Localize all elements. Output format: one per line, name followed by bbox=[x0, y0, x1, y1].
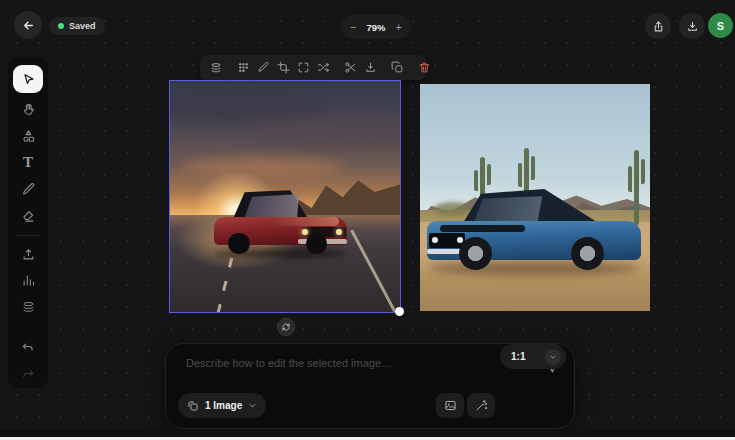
pen-icon bbox=[21, 182, 36, 197]
chart-icon bbox=[21, 273, 36, 288]
download-button[interactable] bbox=[679, 13, 705, 39]
text-tool-button[interactable]: T bbox=[14, 150, 42, 175]
export-image-icon[interactable] bbox=[364, 61, 377, 74]
back-arrow-icon bbox=[22, 19, 35, 32]
car-headlight bbox=[457, 237, 463, 243]
saved-green-dot-icon bbox=[58, 23, 64, 29]
redo-button[interactable] bbox=[14, 361, 42, 386]
cursor-icon bbox=[21, 72, 36, 87]
canvas-image-blue-mustang[interactable] bbox=[420, 84, 650, 311]
shapes-tool-button[interactable] bbox=[14, 124, 42, 149]
car-shadow bbox=[429, 262, 639, 275]
text-tool-icon: T bbox=[23, 154, 33, 171]
zoom-in-button[interactable]: + bbox=[396, 22, 402, 33]
tool-sidebar: T bbox=[8, 58, 48, 388]
share-button[interactable] bbox=[645, 13, 671, 39]
draw-icon[interactable] bbox=[257, 61, 270, 74]
car-headlight bbox=[432, 237, 438, 243]
image-count-dropdown[interactable]: 1 Image bbox=[178, 393, 266, 418]
eraser-tool-button[interactable] bbox=[14, 204, 42, 229]
regenerate-button[interactable] bbox=[277, 318, 295, 336]
shapes-icon bbox=[21, 129, 36, 144]
scissors-icon[interactable] bbox=[344, 61, 357, 74]
layers-icon bbox=[21, 300, 36, 315]
back-button[interactable] bbox=[14, 11, 42, 39]
magic-wand-icon bbox=[475, 399, 488, 412]
duplicate-icon[interactable] bbox=[391, 61, 404, 74]
delete-icon[interactable] bbox=[418, 61, 431, 74]
red-muscle-car bbox=[214, 187, 347, 254]
saved-label: Saved bbox=[69, 21, 96, 31]
prompt-input[interactable] bbox=[186, 357, 516, 391]
shuffle-icon[interactable] bbox=[317, 61, 330, 74]
canvas-image-sunset-car[interactable] bbox=[170, 81, 400, 312]
aspect-ratio-label: 1:1 bbox=[511, 351, 525, 362]
upload-tool-button[interactable] bbox=[14, 242, 42, 267]
reference-image-button[interactable] bbox=[436, 393, 464, 418]
frames-icon bbox=[187, 400, 199, 412]
car-hood-highlight bbox=[272, 217, 339, 226]
refresh-icon bbox=[281, 322, 291, 332]
enhance-button[interactable] bbox=[467, 393, 495, 418]
zoom-out-button[interactable]: − bbox=[350, 22, 356, 33]
bottom-bar bbox=[0, 430, 735, 437]
sidebar-divider bbox=[17, 235, 39, 236]
undo-button[interactable] bbox=[14, 335, 42, 360]
hand-tool-button[interactable] bbox=[14, 97, 42, 122]
crop-icon[interactable] bbox=[277, 61, 290, 74]
car-wheel bbox=[459, 237, 492, 270]
stack-icon[interactable] bbox=[209, 61, 223, 75]
zoom-level[interactable]: 79% bbox=[366, 22, 385, 33]
blue-mustang-car bbox=[427, 186, 641, 270]
aspect-ratio-dropdown[interactable]: 1:1 bbox=[500, 344, 566, 369]
chevron-down-icon bbox=[545, 349, 561, 365]
pen-tool-button[interactable] bbox=[14, 177, 42, 202]
car-wheel bbox=[228, 233, 249, 254]
layers-tool-button[interactable] bbox=[14, 295, 42, 320]
chevron-down-icon bbox=[248, 401, 257, 410]
avatar[interactable]: S bbox=[708, 13, 733, 38]
expand-icon[interactable] bbox=[297, 61, 310, 74]
saved-status-badge: Saved bbox=[49, 17, 105, 35]
resize-handle[interactable] bbox=[395, 307, 404, 316]
image-count-label: 1 Image bbox=[205, 400, 242, 411]
share-icon bbox=[652, 20, 665, 33]
hand-icon bbox=[21, 102, 36, 117]
select-tool-button[interactable] bbox=[13, 65, 43, 93]
undo-icon bbox=[21, 340, 35, 354]
chart-tool-button[interactable] bbox=[14, 269, 42, 294]
selection-toolbar bbox=[200, 55, 426, 80]
car-hood-scoop bbox=[440, 225, 526, 233]
prompt-bar: 1 Image 1:1 bbox=[165, 343, 575, 429]
eraser-icon bbox=[21, 208, 36, 223]
upload-icon bbox=[21, 247, 36, 262]
image-icon bbox=[444, 399, 457, 412]
grid-icon[interactable] bbox=[237, 61, 250, 74]
redo-icon bbox=[21, 367, 35, 381]
zoom-control: − 79% + bbox=[341, 15, 411, 39]
download-icon bbox=[686, 20, 699, 33]
